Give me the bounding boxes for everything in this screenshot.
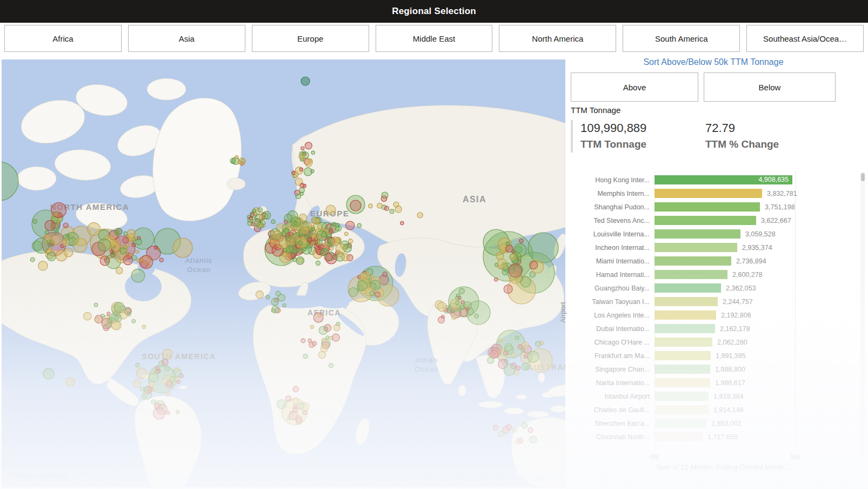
region-button-south-america[interactable]: South America [623,25,740,52]
airport-bubble[interactable] [128,229,136,237]
airport-bubble[interactable] [155,403,161,409]
airport-bubble[interactable] [513,428,516,432]
airport-bubble[interactable] [528,351,538,362]
airport-bubble[interactable] [273,231,281,239]
tonnage-bar[interactable] [655,243,737,252]
tonnage-bar[interactable] [655,405,709,414]
region-button-asia[interactable]: Asia [128,25,245,52]
airport-bubble[interactable] [298,241,303,246]
airport-bubble[interactable] [114,302,124,313]
airport-bubble[interactable] [300,183,304,188]
airport-bubble[interactable] [159,258,163,262]
airport-bubble[interactable] [249,217,252,220]
airport-bubble[interactable] [301,339,305,343]
tonnage-bar[interactable] [655,189,762,198]
airport-bubble[interactable] [326,336,329,339]
airport-bubble[interactable] [47,252,56,261]
airport-bubble[interactable] [235,156,238,159]
airport-bubble[interactable] [318,314,321,317]
airport-bubble[interactable] [266,295,270,299]
airport-bubble[interactable] [332,334,339,341]
region-button-southeast-asia-ocea[interactable]: Southeast Asia/Ocea… [746,25,864,52]
airport-bubble[interactable] [55,231,59,235]
airport-bubble[interactable] [375,292,380,297]
airport-bubble[interactable] [506,245,513,253]
airport-bubble[interactable] [522,363,529,370]
airport-bubble[interactable] [515,440,520,445]
airport-bubble[interactable] [98,239,110,252]
airport-bubble[interactable] [94,303,98,307]
airport-bubble[interactable] [326,205,336,215]
airport-bubble[interactable] [312,341,316,346]
airport-bubble[interactable] [64,248,73,257]
airport-bubble[interactable] [498,431,504,438]
airport-bubble[interactable] [116,267,123,274]
airport-bubble[interactable] [45,220,55,230]
tonnage-bar[interactable] [655,229,740,239]
tonnage-bar[interactable] [655,256,731,266]
airport-bubble[interactable] [34,238,49,253]
airport-bubble[interactable] [136,250,139,253]
airport-bubble[interactable] [377,203,383,208]
airport-bubble[interactable] [301,77,310,85]
airport-bubble[interactable] [475,314,479,319]
tonnage-bar[interactable] [655,297,718,306]
airport-bubble[interactable] [133,380,141,387]
airport-bubble[interactable] [516,366,520,371]
airport-bubble[interactable] [503,351,508,355]
airport-bubble[interactable] [304,168,312,176]
airport-bubble[interactable] [329,364,333,368]
region-button-north-america[interactable]: North America [499,25,616,52]
tonnage-bar[interactable] [655,378,710,387]
region-button-africa[interactable]: Africa [4,25,122,52]
airport-bubble[interactable] [120,248,126,254]
airport-bubble[interactable] [284,228,289,233]
airport-bubble[interactable] [177,380,180,384]
airport-bubble[interactable] [285,396,291,401]
airport-bubble[interactable] [519,239,524,243]
chart-scrollbar-thumb[interactable] [861,173,865,181]
airport-bubble[interactable] [305,142,312,149]
airport-bubble[interactable] [271,309,275,312]
airport-bubble[interactable] [38,261,48,270]
airport-bubble[interactable] [314,244,318,248]
airport-bubble[interactable] [132,243,135,247]
tonnage-bar[interactable] [655,432,703,441]
airport-bubble[interactable] [123,237,129,243]
airport-bubble[interactable] [528,233,558,263]
airport-bubble[interactable] [344,232,348,236]
tonnage-bar[interactable] [655,419,706,428]
airport-bubble[interactable] [45,231,48,234]
region-button-middle-east[interactable]: Middle East [376,25,493,52]
airport-bubble[interactable] [116,230,119,234]
airport-bubble[interactable] [524,355,528,358]
airport-bubble[interactable] [123,255,133,265]
airport-bubble[interactable] [370,291,375,296]
airport-bubble[interactable] [514,244,527,257]
airport-bubble[interactable] [369,204,373,208]
airport-bubble[interactable] [63,223,68,228]
airport-bubble[interactable] [95,318,99,322]
airport-bubble[interactable] [390,209,394,214]
tonnage-bar[interactable] [655,324,715,333]
airport-bubble[interactable] [106,322,111,327]
airport-bubble[interactable] [338,252,343,257]
airport-bubble[interactable] [311,151,315,154]
airport-bubble[interactable] [252,219,261,227]
airport-bubble[interactable] [311,242,315,245]
airport-bubble[interactable] [363,272,370,279]
airport-bubble[interactable] [136,364,139,367]
airport-bubble[interactable] [438,316,445,323]
airport-bubble[interactable] [33,220,37,223]
airport-bubble[interactable] [284,214,292,222]
airport-bubble[interactable] [51,235,61,245]
airport-bubble[interactable] [115,315,122,322]
airport-bubble[interactable] [452,315,457,320]
airport-bubble[interactable] [510,254,516,260]
tonnage-bar[interactable] [655,310,716,320]
airport-bubble[interactable] [88,223,101,236]
airport-bubble[interactable] [292,398,299,404]
airport-bubble[interactable] [176,411,179,414]
airport-bubble[interactable] [509,264,522,277]
airport-bubble[interactable] [297,403,304,409]
